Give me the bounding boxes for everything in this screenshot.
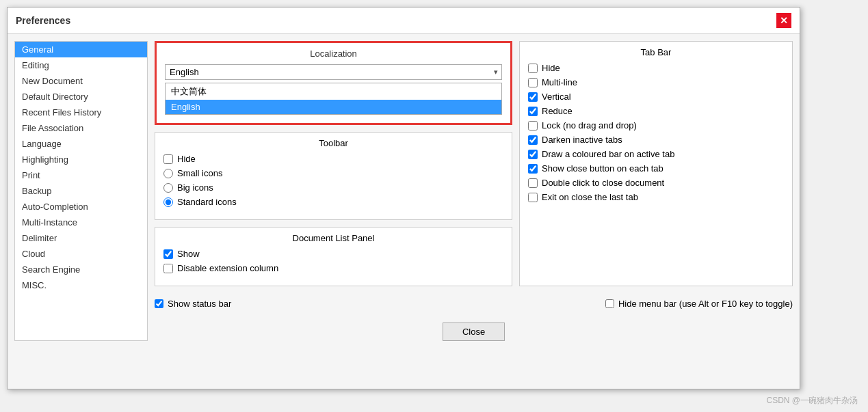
tab-vertical-row: Vertical (528, 92, 784, 102)
disable-ext-label: Disable extension column (177, 263, 278, 273)
tab-bar-title: Tab Bar (528, 47, 784, 57)
toolbar-hide-label: Hide (177, 154, 196, 164)
toolbar-section: Toolbar Hide Small icons Big icons (155, 132, 512, 220)
dialog-title: Preferences (16, 15, 70, 26)
tab-multiline-checkbox[interactable] (528, 78, 538, 87)
sidebar-item-file-association[interactable]: File Association (15, 120, 147, 136)
language-dropdown-row: English 中文简体 ▾ (165, 64, 502, 80)
tab-darken-label: Darken inactive tabs (542, 135, 622, 145)
localization-title: Localization (165, 49, 502, 59)
tab-reduce-label: Reduce (542, 106, 573, 116)
tab-hide-label: Hide (542, 63, 560, 73)
tab-darken-row: Darken inactive tabs (528, 135, 784, 145)
sidebar-item-cloud[interactable]: Cloud (15, 246, 147, 262)
tab-exit-close-row: Exit on close the last tab (528, 192, 784, 202)
tab-reduce-checkbox[interactable] (528, 107, 538, 116)
tab-reduce-row: Reduce (528, 106, 784, 116)
close-button[interactable]: Close (443, 322, 505, 341)
toolbar-hide-checkbox[interactable] (163, 154, 173, 164)
right-panel: Tab Bar Hide Multi-line Vertical (519, 41, 793, 286)
tab-darken-checkbox[interactable] (528, 135, 538, 145)
big-icons-row: Big icons (163, 182, 503, 193)
disable-ext-row: Disable extension column (163, 263, 503, 273)
tab-lock-checkbox[interactable] (528, 121, 538, 131)
title-bar: Preferences ✕ (8, 8, 800, 34)
sidebar: General Editing New Document Default Dir… (14, 41, 148, 341)
hide-menu-bar-label: Hide menu bar (use Alt or F10 key to tog… (618, 299, 793, 309)
tab-multiline-row: Multi-line (528, 77, 784, 87)
sidebar-item-general[interactable]: General (15, 42, 147, 57)
hide-menu-bar-row: Hide menu bar (use Alt or F10 key to tog… (605, 299, 793, 309)
doc-show-row: Show (163, 249, 503, 259)
tab-draw-bar-checkbox[interactable] (528, 150, 538, 159)
tab-show-close-row: Show close button on each tab (528, 163, 784, 174)
language-select[interactable]: English 中文简体 (165, 64, 502, 80)
bottom-area: Show status bar Hide menu bar (use Alt o… (155, 299, 793, 309)
localization-section: Localization English 中文简体 ▾ 中文简体 English (155, 41, 512, 125)
standard-icons-radio[interactable] (163, 197, 173, 207)
sidebar-item-default-directory[interactable]: Default Directory (15, 89, 147, 105)
tab-hide-checkbox[interactable] (528, 64, 538, 73)
tab-dbl-click-checkbox[interactable] (528, 178, 538, 188)
document-list-panel-title: Document List Panel (163, 233, 503, 243)
option-english-selected[interactable]: English (166, 100, 501, 114)
tab-draw-bar-row: Draw a coloured bar on active tab (528, 149, 784, 159)
hide-menu-bar-checkbox[interactable] (605, 299, 614, 308)
sidebar-item-search-engine[interactable]: Search Engine (15, 262, 147, 277)
small-icons-row: Small icons (163, 168, 503, 178)
sidebar-item-multi-instance[interactable]: Multi-Instance (15, 215, 147, 230)
show-status-bar-label: Show status bar (168, 299, 231, 309)
tab-hide-row: Hide (528, 63, 784, 73)
sidebar-item-new-document[interactable]: New Document (15, 73, 147, 89)
preferences-dialog: Preferences ✕ General Editing New Docume… (7, 7, 800, 389)
big-icons-label: Big icons (177, 182, 213, 193)
sidebar-item-print[interactable]: Print (15, 167, 147, 183)
tab-dbl-click-row: Double click to close document (528, 178, 784, 188)
doc-show-label: Show (177, 249, 200, 259)
sidebar-item-backup[interactable]: Backup (15, 183, 147, 199)
standard-icons-label: Standard icons (177, 197, 237, 207)
small-icons-radio[interactable] (163, 169, 173, 178)
close-icon[interactable]: ✕ (776, 13, 791, 28)
tab-bar-section: Tab Bar Hide Multi-line Vertical (519, 41, 793, 286)
toolbar-hide-row: Hide (163, 154, 503, 164)
sidebar-item-language[interactable]: Language (15, 136, 147, 152)
doc-show-checkbox[interactable] (163, 249, 173, 259)
sidebar-item-auto-completion[interactable]: Auto-Completion (15, 199, 147, 215)
sidebar-item-recent-files[interactable]: Recent Files History (15, 105, 147, 120)
button-row: Close (155, 322, 793, 341)
tab-lock-label: Lock (no drag and drop) (542, 120, 637, 131)
document-list-panel-section: Document List Panel Show Disable extensi… (155, 227, 512, 286)
sidebar-item-editing[interactable]: Editing (15, 57, 147, 73)
language-dropdown-popup: 中文简体 English (165, 83, 502, 115)
sidebar-item-delimiter[interactable]: Delimiter (15, 230, 147, 246)
tab-vertical-label: Vertical (542, 92, 571, 102)
tab-dbl-click-label: Double click to close document (542, 178, 664, 188)
tab-show-close-checkbox[interactable] (528, 164, 538, 174)
option-chinese-simplified[interactable]: 中文简体 (166, 83, 501, 100)
tab-lock-row: Lock (no drag and drop) (528, 120, 784, 131)
tab-vertical-checkbox[interactable] (528, 92, 538, 102)
tab-exit-close-checkbox[interactable] (528, 193, 538, 202)
left-panel: Localization English 中文简体 ▾ 中文简体 English (155, 41, 512, 286)
sidebar-item-misc[interactable]: MISC. (15, 277, 147, 293)
sidebar-item-highlighting[interactable]: Highlighting (15, 152, 147, 167)
tab-show-close-label: Show close button on each tab (542, 163, 663, 174)
toolbar-title: Toolbar (163, 138, 503, 148)
disable-ext-checkbox[interactable] (163, 264, 173, 273)
small-icons-label: Small icons (177, 168, 222, 178)
tab-draw-bar-label: Draw a coloured bar on active tab (542, 149, 674, 159)
watermark: CSDN @一碗猪肉牛杂汤 (766, 395, 858, 407)
standard-icons-row: Standard icons (163, 197, 503, 207)
tab-multiline-label: Multi-line (542, 77, 577, 87)
big-icons-radio[interactable] (163, 183, 173, 193)
tab-exit-close-label: Exit on close the last tab (542, 192, 638, 202)
show-status-bar-checkbox[interactable] (155, 299, 163, 308)
main-area: Localization English 中文简体 ▾ 中文简体 English (155, 41, 793, 341)
status-bar-row: Show status bar (155, 299, 231, 309)
